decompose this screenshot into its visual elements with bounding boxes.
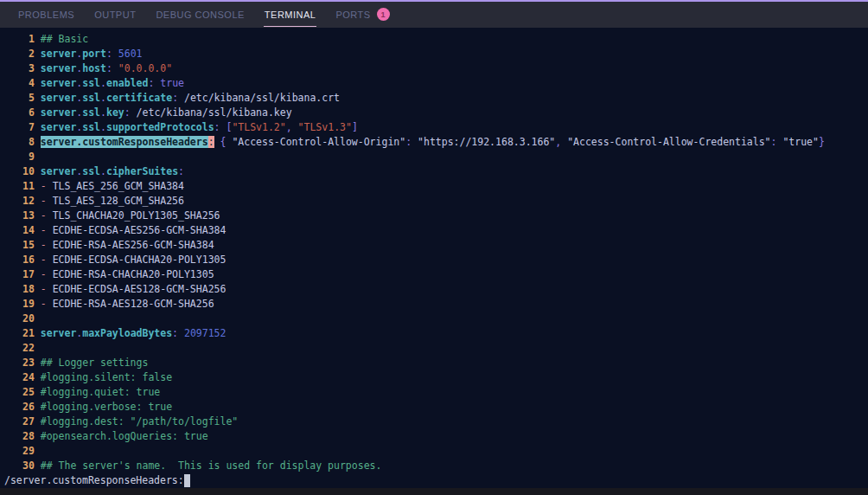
token-k: ssl — [82, 77, 100, 89]
line-content: server.ssl.key: /etc/kibana/ssl/kibana.k… — [41, 106, 292, 120]
token-p: ] — [352, 121, 358, 133]
line-content: ## The server's name. This is used for d… — [41, 459, 382, 473]
token-w — [112, 62, 118, 74]
token-c: #logging.silent: false — [41, 371, 172, 383]
terminal-line: 30## The server's name. This is used for… — [22, 459, 868, 473]
token-w: TLS_AES_256_GCM_SHA384 — [47, 180, 184, 192]
line-content: server.host: "0.0.0.0" — [41, 61, 172, 76]
terminal-line: 13- TLS_CHACHA20_POLY1305_SHA256 — [22, 209, 868, 223]
panel-window: PROBLEMS OUTPUT DEBUG CONSOLE TERMINAL P… — [0, 0, 868, 495]
token-w: ECDHE-ECDSA-CHACHA20-POLY1305 — [47, 254, 227, 266]
tab-debug-console-label: DEBUG CONSOLE — [156, 10, 244, 20]
token-w — [292, 121, 298, 133]
token-k: enabled — [106, 77, 148, 89]
token-w: /etc/kibana/ssl/kibana.key — [131, 106, 292, 119]
tab-output[interactable]: OUTPUT — [93, 3, 137, 27]
terminal-line: 19- ECDHE-RSA-AES128-GCM-SHA256 — [22, 297, 868, 312]
line-content: server.ssl.cipherSuites: — [41, 164, 184, 179]
line-number: 30 — [22, 459, 35, 473]
terminal-view[interactable]: 1## Basic2server.port: 56013server.host:… — [0, 28, 868, 495]
terminal-line: 6server.ssl.key: /etc/kibana/ssl/kibana.… — [22, 106, 868, 120]
token-w: ECDHE-RSA-CHACHA20-POLY1305 — [47, 268, 214, 280]
token-c: #logging.dest: "/path/to/logfile" — [41, 415, 238, 428]
terminal-line: 2server.port: 5601 — [22, 47, 868, 61]
token-d: - — [41, 298, 47, 310]
terminal-line: 23## Logger settings — [22, 356, 868, 370]
token-w — [112, 48, 118, 60]
line-content: server.port: 5601 — [41, 47, 143, 61]
line-content: #opensearch.logQueries: true — [41, 429, 208, 444]
token-n: 5601 — [118, 48, 143, 60]
token-k: server — [41, 106, 77, 119]
tab-debug-console[interactable]: DEBUG CONSOLE — [155, 3, 245, 27]
line-content: ## Basic — [41, 32, 88, 47]
terminal-line: 22 — [22, 341, 868, 356]
token-k: ssl — [82, 106, 100, 119]
token-w: ECDHE-ECDSA-AES256-GCM-SHA384 — [47, 224, 227, 236]
terminal-line: 18- ECDHE-ECDSA-AES128-GCM-SHA256 — [22, 282, 868, 297]
line-content: #logging.dest: "/path/to/logfile" — [41, 415, 238, 429]
terminal-line: 4server.ssl.enabled: true — [22, 76, 868, 91]
terminal-line: 7server.ssl.supportedProtocols: ["TLSv1.… — [22, 120, 868, 135]
line-content: - ECDHE-RSA-AES128-GCM-SHA256 — [41, 297, 214, 312]
line-content: server.customResponseHeaders: { "Access-… — [41, 135, 825, 150]
token-k: maxPayloadBytes — [82, 327, 172, 339]
token-c: ## Logger settings — [41, 357, 149, 369]
token-w — [178, 327, 184, 339]
terminal-line: 26#logging.verbose: true — [22, 400, 868, 415]
line-number: 10 — [22, 164, 35, 179]
line-number: 21 — [22, 326, 35, 341]
line-number: 14 — [22, 223, 35, 238]
line-number: 8 — [22, 135, 35, 150]
token-k: server — [41, 121, 77, 133]
tab-ports-label: PORTS — [335, 10, 370, 20]
line-content: ## Logger settings — [41, 356, 149, 370]
terminal-line: 24#logging.silent: false — [22, 370, 868, 385]
token-p: : — [172, 327, 178, 339]
line-number: 18 — [22, 282, 35, 297]
tab-terminal[interactable]: TERMINAL — [264, 3, 317, 27]
token-p: : — [106, 48, 112, 60]
line-number: 23 — [22, 356, 35, 370]
line-content: #logging.silent: false — [41, 370, 172, 385]
line-content: - ECDHE-ECDSA-CHACHA20-POLY1305 — [41, 253, 227, 267]
tab-terminal-label: TERMINAL — [265, 10, 316, 20]
token-k: server — [41, 165, 77, 177]
terminal-line: 11- TLS_AES_256_GCM_SHA384 — [22, 179, 868, 194]
line-number: 11 — [22, 179, 35, 194]
terminal-line: 28#opensearch.logQueries: true — [22, 429, 868, 444]
terminal-cursor — [184, 474, 190, 487]
terminal-line: 3server.host: "0.0.0.0" — [22, 61, 868, 76]
terminal-line: 5server.ssl.certificate: /etc/kibana/ssl… — [22, 91, 868, 106]
tab-ports[interactable]: PORTS 1 — [335, 3, 390, 27]
line-number: 9 — [22, 150, 35, 164]
terminal-line: 15- ECDHE-RSA-AES256-GCM-SHA384 — [22, 238, 868, 253]
token-k: certificate — [106, 92, 172, 104]
token-d: - — [41, 224, 47, 236]
tab-problems-label: PROBLEMS — [18, 10, 74, 20]
terminal-line: 1## Basic — [22, 32, 868, 47]
token-c: ## Basic — [41, 33, 88, 45]
terminal-line: 16- ECDHE-ECDSA-CHACHA20-POLY1305 — [22, 253, 868, 267]
line-number: 24 — [22, 370, 35, 385]
tab-problems[interactable]: PROBLEMS — [17, 3, 75, 27]
token-p: : — [124, 106, 131, 119]
vim-search-command-line: /server.customResponseHeaders: — [4, 473, 190, 488]
token-p: : — [214, 121, 220, 133]
token-d: - — [41, 239, 47, 251]
line-number: 5 — [22, 91, 35, 106]
token-n: 2097152 — [184, 327, 226, 339]
token-s: "0.0.0.0" — [118, 62, 172, 74]
line-number: 16 — [22, 253, 35, 267]
line-number: 27 — [22, 415, 35, 429]
token-d: - — [41, 254, 47, 266]
terminal-line: 25#logging.quiet: true — [22, 385, 868, 400]
token-k: cipherSuites — [106, 165, 178, 177]
token-w: "Access-Control-Allow-Credentials" — [561, 136, 770, 148]
token-p: : — [178, 165, 184, 177]
token-p: . — [100, 92, 106, 104]
token-k: ssl — [82, 92, 100, 104]
token-k: ssl — [82, 121, 100, 133]
line-number: 1 — [22, 32, 35, 47]
token-w — [214, 136, 220, 148]
